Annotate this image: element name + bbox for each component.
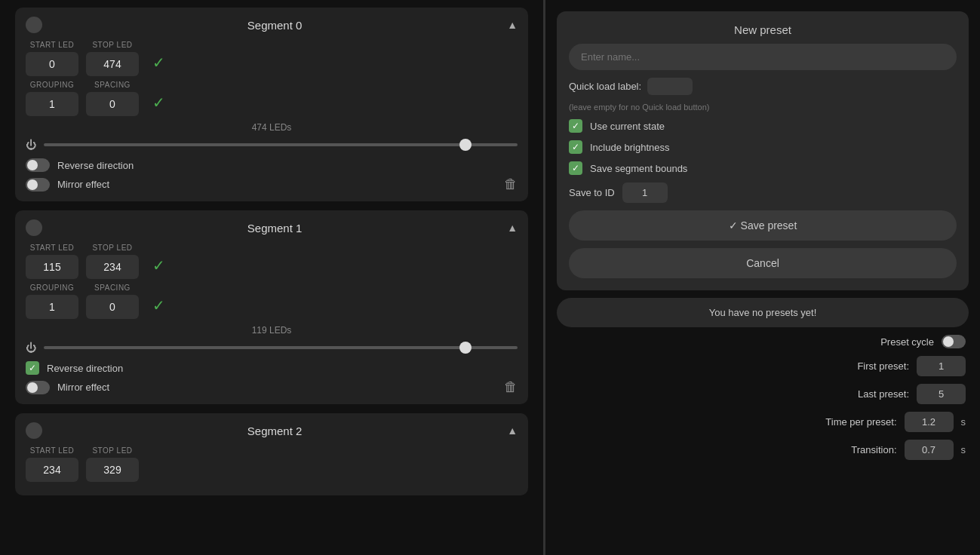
segment-0-brightness-slider[interactable] [44, 143, 518, 146]
transition-unit: s [961, 444, 966, 455]
segment-0-collapse[interactable]: ▲ [507, 19, 518, 31]
include-brightness-row: ✓ Include brightness [569, 140, 957, 154]
preset-cycle-label: Preset cycle [560, 336, 934, 348]
segment-1-mirror-toggle[interactable] [26, 381, 50, 394]
last-preset-input[interactable] [917, 384, 966, 404]
include-brightness-label: Include brightness [590, 142, 670, 153]
save-segment-bounds-checkbox[interactable]: ✓ [569, 161, 582, 175]
quick-label-text: Quick load label: [569, 81, 641, 92]
segment-0-delete[interactable]: 🗑 [504, 176, 518, 192]
segment-1-start-input[interactable] [26, 255, 78, 279]
segment-1-delete[interactable]: 🗑 [504, 379, 518, 395]
segment-0-confirm[interactable]: ✓ [146, 51, 171, 75]
segment-0-title: Segment 0 [42, 19, 507, 32]
segment-0-brightness-row: ⏻ [26, 139, 518, 151]
segment-1-reverse-toggle[interactable]: ✓ [26, 361, 39, 375]
segment-1-brightness-row: ⏻ [26, 342, 518, 354]
segment-1-collapse[interactable]: ▲ [507, 222, 518, 234]
segment-2-start-input[interactable] [26, 458, 78, 482]
time-per-preset-label: Time per preset: [560, 416, 897, 428]
segment-0-mirror-label: Mirror effect [57, 179, 109, 190]
use-current-state-row: ✓ Use current state [569, 119, 957, 133]
use-current-state-checkbox[interactable]: ✓ [569, 119, 582, 133]
time-unit: s [961, 416, 966, 428]
include-brightness-checkbox[interactable]: ✓ [569, 140, 582, 154]
segment-0-start-input[interactable] [26, 52, 78, 76]
segment-2-led-row: START LED STOP LED [26, 446, 518, 482]
first-preset-row: First preset: [560, 356, 966, 376]
segment-2-header: Segment 2 ▲ [26, 422, 518, 439]
segment-1-grouping-group: GROUPING [26, 284, 78, 319]
segment-0-group-spacing-row: GROUPING SPACING ✓ [26, 81, 518, 116]
segment-1-mirror-row: Mirror effect [26, 381, 109, 394]
segment-1-mirror-label: Mirror effect [57, 382, 109, 393]
segment-0-grouping-input[interactable] [26, 92, 78, 116]
segment-2-stop-label: STOP LED [92, 446, 132, 455]
segment-1-spacing-input[interactable] [86, 295, 139, 319]
save-segment-bounds-row: ✓ Save segment bounds [569, 161, 957, 175]
segment-2-start-group: START LED [26, 446, 78, 482]
save-preset-button[interactable]: ✓ Save preset [569, 210, 957, 241]
segment-0-footer: Mirror effect 🗑 [26, 176, 518, 192]
segment-1-reverse-label: Reverse direction [47, 363, 123, 374]
cancel-button[interactable]: Cancel [569, 248, 957, 278]
segment-1-group-spacing-row: GROUPING SPACING ✓ [26, 284, 518, 319]
segment-1-group-confirm[interactable]: ✓ [146, 293, 171, 317]
segment-0-grouping-label: GROUPING [30, 81, 74, 89]
save-id-row: Save to ID [569, 182, 957, 203]
preset-cycle-toggle[interactable] [942, 335, 966, 348]
segment-0-grouping-group: GROUPING [26, 81, 78, 116]
segment-0-stop-input[interactable] [86, 52, 139, 76]
segment-1-power-icon[interactable]: ⏻ [26, 342, 36, 354]
segment-0-stop-group: STOP LED [86, 41, 139, 76]
segment-1-led-count: 119 LEDs [26, 325, 518, 336]
transition-input[interactable] [905, 440, 954, 460]
segment-0-reverse-toggle[interactable] [26, 158, 50, 172]
segment-1-spacing-group: SPACING [86, 284, 139, 319]
segment-0-group-confirm[interactable]: ✓ [146, 90, 171, 115]
first-preset-label: First preset: [560, 360, 909, 372]
save-id-input[interactable] [622, 182, 668, 203]
time-per-preset-row: Time per preset: s [560, 412, 966, 432]
segment-1-card: Segment 1 ▲ START LED STOP LED ✓ GROUPIN… [15, 210, 528, 404]
segment-1-grouping-input[interactable] [26, 295, 78, 319]
segment-1-color[interactable] [26, 219, 42, 236]
segment-2-stop-input[interactable] [86, 458, 139, 482]
segment-0-led-row: START LED STOP LED ✓ [26, 41, 518, 76]
time-per-preset-input[interactable] [905, 412, 954, 432]
no-presets-message: You have no presets yet! [557, 298, 969, 327]
segment-1-confirm[interactable]: ✓ [146, 253, 171, 278]
segment-0-spacing-input[interactable] [86, 92, 139, 116]
segment-0-card: Segment 0 ▲ START LED STOP LED ✓ GROUPIN… [15, 8, 528, 201]
segment-2-color[interactable] [26, 422, 42, 439]
last-preset-label: Last preset: [560, 388, 909, 400]
transition-row: Transition: s [560, 440, 966, 460]
transition-label: Transition: [560, 444, 897, 455]
segment-2-stop-group: STOP LED [86, 446, 139, 482]
segment-0-spacing-label: SPACING [94, 81, 131, 89]
segment-0-start-group: START LED [26, 41, 78, 76]
first-preset-input[interactable] [917, 356, 966, 376]
segment-1-stop-group: STOP LED [86, 244, 139, 279]
preset-name-input[interactable] [569, 44, 957, 70]
segment-1-footer: Mirror effect 🗑 [26, 379, 518, 395]
segment-0-power-icon[interactable]: ⏻ [26, 139, 36, 151]
panel-title: New preset [569, 23, 957, 36]
segment-2-collapse[interactable]: ▲ [507, 425, 518, 437]
quick-label-hint: (leave empty for no Quick load button) [569, 103, 957, 112]
preset-cycle-section: Preset cycle First preset: Last preset: … [557, 335, 969, 460]
segment-0-reverse-label: Reverse direction [57, 160, 134, 171]
quick-label-input[interactable] [647, 78, 693, 95]
new-preset-panel: New preset Quick load label: (leave empt… [557, 11, 969, 290]
save-id-label: Save to ID [569, 187, 615, 198]
left-panel: Segment 0 ▲ START LED STOP LED ✓ GROUPIN… [0, 0, 543, 555]
segment-1-stop-input[interactable] [86, 255, 139, 279]
segment-1-start-group: START LED [26, 244, 78, 279]
segment-0-mirror-toggle[interactable] [26, 178, 50, 192]
save-segment-bounds-label: Save segment bounds [590, 163, 687, 174]
use-current-state-label: Use current state [590, 121, 665, 132]
segment-0-color[interactable] [26, 17, 42, 33]
segment-0-start-label: START LED [30, 41, 74, 49]
segment-1-brightness-slider[interactable] [44, 346, 518, 349]
segment-0-spacing-group: SPACING [86, 81, 139, 116]
